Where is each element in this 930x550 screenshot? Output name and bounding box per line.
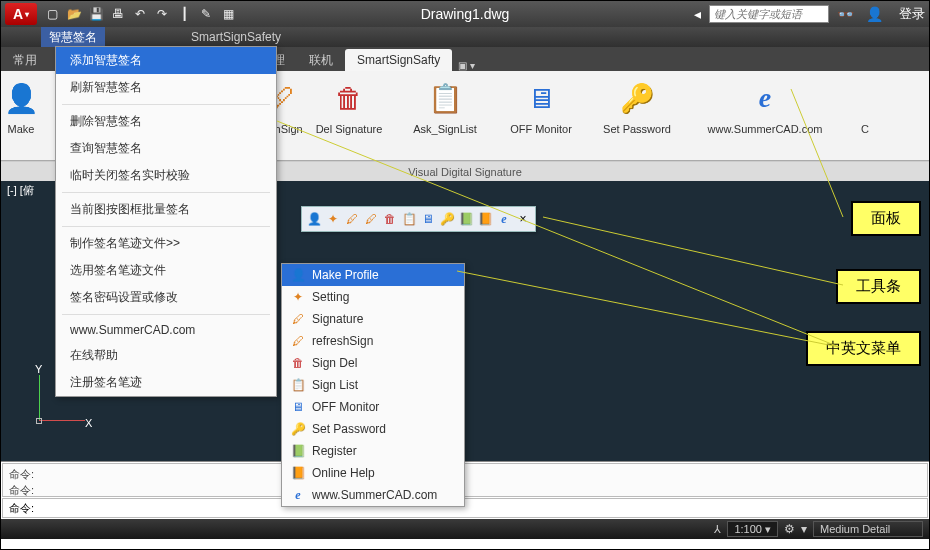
command-history: 命令: 命令: [2,463,928,497]
menu1-item[interactable]: 添加智慧签名 [56,47,276,74]
menu1-item[interactable]: 删除智慧签名 [56,108,276,135]
window-title: Drawing1.dwg [421,6,510,22]
new-icon[interactable]: ▢ [43,5,61,23]
tab-extras-icon[interactable]: ▣ ▾ [458,60,475,71]
menu2-item[interactable]: 🔑Set Password [282,418,464,440]
user-icon[interactable]: 👤 [866,6,883,22]
tab-smartsign[interactable]: SmartSignSafty [345,49,452,71]
menu-smartsign[interactable]: 智慧签名 [41,27,105,47]
key-icon: 🔑 [616,77,658,119]
menu-label: Set Password [312,422,386,436]
command-line[interactable]: 命令: [2,498,928,518]
menu2-item[interactable]: ✦Setting [282,286,464,308]
toolbar-btn-6[interactable]: 🖥 [419,210,437,228]
status-person-icon[interactable]: ⅄ [714,523,721,536]
profile-icon: 👤 [0,77,42,119]
quick-access-toolbar: A ▢ 📂 💾 🖶 ↶ ↷ ┃ ✎ ▦ Drawing1.dwg ◂ 👓 👤 登… [1,1,929,27]
toolbar-btn-8[interactable]: 📗 [457,210,475,228]
tab-common[interactable]: 常用 [1,49,49,71]
menu2-item[interactable]: ewww.SummerCAD.com [282,484,464,506]
floating-toolbar[interactable]: 👤✦🖊🖊🗑📋🖥🔑📗📙e× [301,206,536,232]
tab-online[interactable]: 联机 [297,49,345,71]
command-prompt: 命令: [3,501,40,516]
menu-label: Sign List [312,378,358,392]
status-scale[interactable]: 1:100 ▾ [727,521,778,537]
toolbar-btn-10[interactable]: e [495,210,513,228]
ribbon-extra[interactable]: C [845,71,885,160]
toolbar-btn-1[interactable]: ✦ [324,210,342,228]
menu-icon: 🗑 [290,355,306,371]
toolbar-btn-5[interactable]: 📋 [400,210,418,228]
menu1-item[interactable]: 查询智慧签名 [56,135,276,162]
search-input[interactable] [709,5,829,23]
ribbon-make-profile[interactable]: 👤Make [1,71,41,160]
toolbar-btn-7[interactable]: 🔑 [438,210,456,228]
monitor-icon: 🖥 [520,77,562,119]
menu-label: Signature [312,312,363,326]
menu1-item[interactable]: 注册签名笔迹 [56,369,276,396]
context-menu-en: 👤Make Profile✦Setting🖊Signature🖊refreshS… [281,263,465,507]
menu-icon: 🔑 [290,421,306,437]
status-detail[interactable]: Medium Detail [813,521,923,537]
toolbar-btn-9[interactable]: 📙 [476,210,494,228]
gear-icon[interactable]: ⚙ [784,522,795,536]
ribbon-off-monitor[interactable]: 🖥OFF Monitor [493,71,589,160]
separator [62,192,270,193]
save-icon[interactable]: 💾 [87,5,105,23]
menu2-item[interactable]: 📙Online Help [282,462,464,484]
ie-icon: e [744,77,786,119]
menu1-item[interactable]: www.SummerCAD.com [56,318,276,342]
toolbar-btn-4[interactable]: 🗑 [381,210,399,228]
viewport-label: [-] [俯 [7,183,34,198]
menu1-item[interactable]: 临时关闭签名实时校验 [56,162,276,189]
list-icon: 📋 [424,77,466,119]
menu1-item[interactable]: 选用签名笔迹文件 [56,257,276,284]
menu-label: Setting [312,290,349,304]
toolbar-btn-0[interactable]: 👤 [305,210,323,228]
chevron-down-icon[interactable]: ▾ [801,522,807,536]
menu-subtitle: SmartSignSafety [191,30,281,44]
ribbon-ask-signlist[interactable]: 📋Ask_SignList [397,71,493,160]
ribbon-set-password[interactable]: 🔑Set Password [589,71,685,160]
menu2-item[interactable]: 📋Sign List [282,374,464,396]
toolbar-btn-2[interactable]: 🖊 [343,210,361,228]
command-area: 命令: 命令: 命令: [1,461,929,519]
annot-panel: 面板 [851,201,921,236]
separator [62,226,270,227]
menu2-item[interactable]: 👤Make Profile [282,264,464,286]
menu1-item[interactable]: 制作签名笔迹文件>> [56,230,276,257]
annot-menu: 中英文菜单 [806,331,921,366]
menu2-item[interactable]: 📗Register [282,440,464,462]
menu2-item[interactable]: 🖥OFF Monitor [282,396,464,418]
login-link[interactable]: 登录 [899,5,925,23]
menu-label: Online Help [312,466,375,480]
menu-bar: 智慧签名 SmartSignSafety [1,27,929,47]
menu1-item[interactable]: 签名密码设置或修改 [56,284,276,311]
undo-icon[interactable]: ↶ [131,5,149,23]
toolbar-btn-3[interactable]: 🖊 [362,210,380,228]
search-arrow-icon: ◂ [694,6,701,22]
sheet-icon[interactable]: ▦ [219,5,237,23]
menu-label: www.SummerCAD.com [312,488,437,502]
cloud-icon[interactable]: ✎ [197,5,215,23]
menu1-item[interactable]: 当前图按图框批量签名 [56,196,276,223]
menu2-item[interactable]: 🗑Sign Del [282,352,464,374]
toolbar-btn-11[interactable]: × [514,210,532,228]
ribbon-del-signature[interactable]: 🗑Del Signature [301,71,397,160]
menu-icon: 🖥 [290,399,306,415]
command-input[interactable] [40,501,927,515]
menu1-item[interactable]: 刷新智慧签名 [56,74,276,101]
menu2-item[interactable]: 🖊refreshSign [282,330,464,352]
binoculars-icon[interactable]: 👓 [837,6,854,22]
separator [62,104,270,105]
menu2-item[interactable]: 🖊Signature [282,308,464,330]
app-menu-button[interactable]: A [5,3,37,25]
open-icon[interactable]: 📂 [65,5,83,23]
menu-icon: ✦ [290,289,306,305]
menu-label: Sign Del [312,356,357,370]
menu-label: Register [312,444,357,458]
ribbon-website[interactable]: ewww.SummerCAD.com [685,71,845,160]
print-icon[interactable]: 🖶 [109,5,127,23]
redo-icon[interactable]: ↷ [153,5,171,23]
menu1-item[interactable]: 在线帮助 [56,342,276,369]
